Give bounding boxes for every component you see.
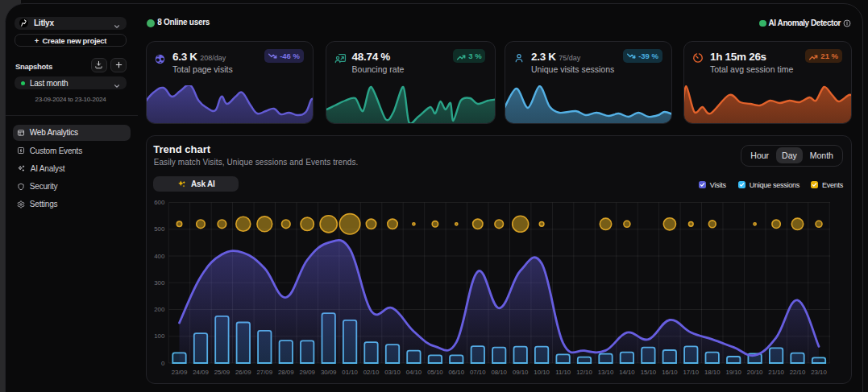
svg-text:22/10: 22/10: [790, 369, 806, 376]
svg-text:08/10: 08/10: [491, 369, 507, 376]
svg-text:18/10: 18/10: [704, 369, 721, 376]
svg-text:23/09: 23/09: [172, 369, 188, 376]
svg-text:30/09: 30/09: [321, 369, 337, 376]
svg-text:200: 200: [154, 306, 165, 313]
svg-text:19/10: 19/10: [725, 369, 741, 376]
svg-text:24/09: 24/09: [193, 369, 209, 376]
svg-text:12/10: 12/10: [576, 369, 592, 376]
svg-text:11/10: 11/10: [555, 369, 571, 376]
svg-text:500: 500: [154, 225, 165, 233]
svg-text:05/10: 05/10: [427, 369, 443, 376]
svg-text:09/10: 09/10: [513, 369, 529, 376]
svg-text:14/10: 14/10: [619, 369, 635, 376]
svg-text:04/10: 04/10: [406, 369, 422, 376]
svg-text:13/10: 13/10: [598, 369, 614, 376]
svg-text:29/09: 29/09: [299, 369, 315, 376]
svg-text:16/10: 16/10: [662, 369, 678, 376]
svg-text:25/09: 25/09: [214, 369, 230, 376]
svg-text:07/10: 07/10: [470, 369, 486, 376]
svg-text:400: 400: [154, 253, 165, 260]
svg-text:03/10: 03/10: [384, 369, 401, 376]
svg-text:20/10: 20/10: [747, 369, 763, 376]
svg-text:26/09: 26/09: [235, 369, 251, 376]
svg-text:23/10: 23/10: [811, 369, 827, 376]
svg-text:17/10: 17/10: [683, 369, 700, 376]
svg-text:15/10: 15/10: [641, 369, 657, 376]
svg-text:01/10: 01/10: [342, 369, 358, 376]
svg-text:300: 300: [154, 279, 165, 287]
svg-text:100: 100: [154, 332, 165, 340]
svg-text:28/09: 28/09: [278, 369, 294, 376]
svg-text:27/09: 27/09: [257, 369, 273, 376]
svg-text:06/10: 06/10: [449, 369, 465, 376]
svg-text:21/10: 21/10: [768, 369, 784, 376]
svg-text:10/10: 10/10: [534, 369, 550, 376]
svg-text:02/10: 02/10: [363, 369, 380, 376]
svg-text:600: 600: [154, 199, 165, 206]
svg-text:0: 0: [161, 360, 165, 367]
